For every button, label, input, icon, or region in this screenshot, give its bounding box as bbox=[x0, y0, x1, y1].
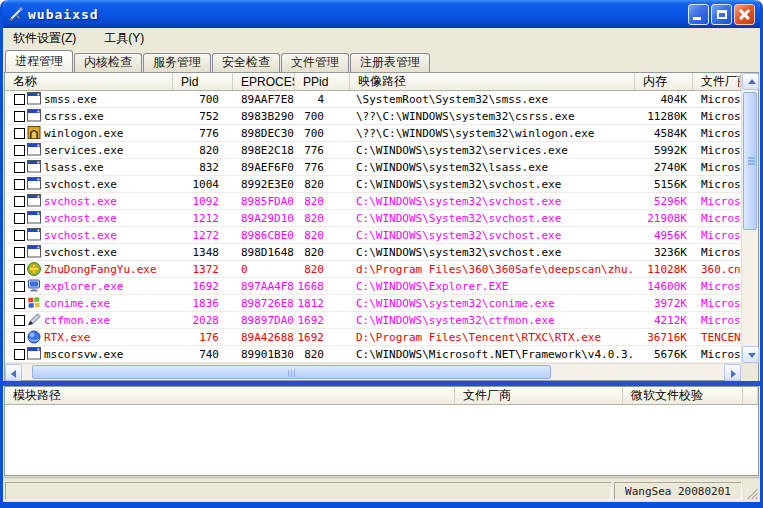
cell-ppid: 820 bbox=[295, 348, 350, 361]
cell-memory: 5156K bbox=[635, 178, 693, 191]
column-header-file-vendor[interactable]: 文件厂商 bbox=[455, 387, 623, 404]
cell-ppid: 776 bbox=[295, 161, 350, 174]
row-checkbox[interactable] bbox=[14, 162, 25, 173]
row-checkbox[interactable] bbox=[14, 196, 25, 207]
table-row[interactable]: lsass.exe83289AEF6F0776C:\WINDOWS\system… bbox=[5, 159, 741, 176]
column-header-vendor[interactable]: 文件厂商 bbox=[693, 73, 741, 90]
column-header-name[interactable]: 名称 bbox=[5, 73, 173, 90]
row-checkbox[interactable] bbox=[14, 298, 25, 309]
cell-memory: 3236K bbox=[635, 246, 693, 259]
cell-memory: 14600K bbox=[635, 280, 693, 293]
module-list-body[interactable] bbox=[5, 405, 758, 475]
process-name-label: csrss.exe bbox=[44, 110, 104, 123]
row-checkbox[interactable] bbox=[14, 128, 25, 139]
row-checkbox[interactable] bbox=[14, 315, 25, 326]
tab-service-management[interactable]: 服务管理 bbox=[143, 53, 211, 72]
cell-process-name: RTX.exe bbox=[5, 330, 173, 344]
table-row[interactable]: svchost.exe121289A29D10820C:\WINDOWS\Sys… bbox=[5, 210, 741, 227]
cell-vendor: Microso bbox=[693, 314, 741, 327]
table-row[interactable]: svchost.exe10048992E3E0820C:\WINDOWS\sys… bbox=[5, 176, 741, 193]
scroll-up-button[interactable] bbox=[742, 73, 759, 90]
table-row[interactable]: ctfmon.exe202889897DA01692C:\WINDOWS\sys… bbox=[5, 312, 741, 329]
table-row[interactable]: ZhuDongFangYu.exe13720820d:\Program File… bbox=[5, 261, 741, 278]
table-row[interactable]: services.exe820898E2C18776C:\WINDOWS\sys… bbox=[5, 142, 741, 159]
row-checkbox[interactable] bbox=[14, 230, 25, 241]
table-row[interactable]: conime.exe1836898726E81812C:\WINDOWS\sys… bbox=[5, 295, 741, 312]
cell-pid: 776 bbox=[173, 127, 233, 140]
cell-eprocess: 8983B290 bbox=[233, 110, 295, 123]
titlebar[interactable]: wubaixsd bbox=[3, 0, 760, 28]
cell-image-path: C:\WINDOWS\system32\svchost.exe bbox=[350, 178, 635, 191]
column-header-pid[interactable]: Pid bbox=[173, 73, 233, 90]
scroll-down-button[interactable] bbox=[742, 346, 759, 363]
row-checkbox[interactable] bbox=[14, 213, 25, 224]
app-sword-icon bbox=[8, 6, 24, 22]
cell-pid: 1692 bbox=[173, 280, 233, 293]
row-checkbox[interactable] bbox=[14, 247, 25, 258]
column-header-eprocess[interactable]: EPROCESS bbox=[233, 73, 295, 90]
scroll-right-button[interactable] bbox=[724, 364, 741, 381]
column-header-path[interactable]: 映像路径 bbox=[350, 73, 635, 90]
process-name-label: lsass.exe bbox=[44, 161, 104, 174]
horizontal-scrollbar[interactable] bbox=[5, 363, 758, 380]
table-row[interactable]: csrss.exe7528983B290700\??\C:\WINDOWS\sy… bbox=[5, 108, 741, 125]
tab-security-check[interactable]: 安全检查 bbox=[212, 53, 280, 72]
tab-file-management[interactable]: 文件管理 bbox=[281, 53, 349, 72]
table-row[interactable]: mscorsvw.exe74089901B30820C:\WINDOWS\Mic… bbox=[5, 346, 741, 363]
table-row[interactable]: svchost.exe12728986CBE0820C:\WINDOWS\sys… bbox=[5, 227, 741, 244]
cell-process-name: ZhuDongFangYu.exe bbox=[5, 262, 173, 276]
cell-memory: 4584K bbox=[635, 127, 693, 140]
row-checkbox[interactable] bbox=[14, 264, 25, 275]
row-checkbox[interactable] bbox=[14, 94, 25, 105]
process-name-label: svchost.exe bbox=[44, 246, 117, 259]
cell-image-path: D:\Program Files\Tencent\RTXC\RTX.exe bbox=[350, 331, 635, 344]
column-header-module-path[interactable]: 模块路径 bbox=[5, 387, 455, 404]
cell-eprocess: 8985FDA0 bbox=[233, 195, 295, 208]
row-checkbox[interactable] bbox=[14, 145, 25, 156]
process-name-label: services.exe bbox=[44, 144, 123, 157]
row-checkbox[interactable] bbox=[14, 349, 25, 360]
tab-kernel-check[interactable]: 内核检查 bbox=[74, 53, 142, 72]
maximize-icon bbox=[717, 10, 727, 19]
cell-memory: 404K bbox=[635, 93, 693, 106]
arrow-down-icon bbox=[748, 353, 756, 358]
cell-image-path: C:\WINDOWS\system32\svchost.exe bbox=[350, 195, 635, 208]
row-checkbox[interactable] bbox=[14, 179, 25, 190]
row-checkbox[interactable] bbox=[14, 281, 25, 292]
menu-tools[interactable]: 工具(Y) bbox=[101, 28, 147, 49]
table-row[interactable]: svchost.exe10928985FDA0820C:\WINDOWS\sys… bbox=[5, 193, 741, 210]
row-checkbox[interactable] bbox=[14, 111, 25, 122]
column-header-memory[interactable]: 内存 bbox=[635, 73, 693, 90]
default-window-icon bbox=[27, 92, 41, 106]
table-row[interactable]: RTX.exe17689A426881692D:\Program Files\T… bbox=[5, 329, 741, 346]
table-row[interactable]: smss.exe70089AAF7E84\SystemRoot\System32… bbox=[5, 91, 741, 108]
minimize-button[interactable] bbox=[688, 4, 709, 25]
table-row[interactable]: svchost.exe1348898D1648820C:\WINDOWS\sys… bbox=[5, 244, 741, 261]
menu-software-settings[interactable]: 软件设置(Z) bbox=[10, 28, 79, 49]
cell-pid: 1272 bbox=[173, 229, 233, 242]
cell-ppid: 820 bbox=[295, 246, 350, 259]
table-row[interactable]: explorer.exe1692897AA4F81668C:\WINDOWS\E… bbox=[5, 278, 741, 295]
vertical-scrollbar[interactable] bbox=[741, 73, 758, 363]
tab-process-management[interactable]: 进程管理 bbox=[5, 50, 73, 72]
column-header-ppid[interactable]: PPid bbox=[295, 73, 350, 90]
row-checkbox[interactable] bbox=[14, 332, 25, 343]
cell-process-name: smss.exe bbox=[5, 92, 173, 106]
tab-registry-management[interactable]: 注册表管理 bbox=[350, 53, 430, 72]
default-window-icon bbox=[27, 211, 41, 225]
column-header-ms-verify[interactable]: 微软文件校验 bbox=[623, 387, 743, 404]
vertical-scroll-thumb[interactable] bbox=[743, 92, 757, 230]
cell-eprocess: 89AEF6F0 bbox=[233, 161, 295, 174]
resize-grip[interactable] bbox=[744, 482, 758, 500]
column-header-empty bbox=[743, 387, 758, 404]
process-name-label: smss.exe bbox=[44, 93, 97, 106]
default-window-icon bbox=[27, 160, 41, 174]
scroll-left-button[interactable] bbox=[5, 364, 22, 381]
default-window-icon bbox=[27, 245, 41, 259]
close-button[interactable] bbox=[734, 4, 755, 25]
maximize-button[interactable] bbox=[711, 4, 732, 25]
cell-eprocess: 898726E8 bbox=[233, 297, 295, 310]
process-name-label: ZhuDongFangYu.exe bbox=[44, 263, 157, 276]
horizontal-scroll-thumb[interactable] bbox=[32, 365, 551, 379]
table-row[interactable]: winlogon.exe776898DEC30700\??\C:\WINDOWS… bbox=[5, 125, 741, 142]
